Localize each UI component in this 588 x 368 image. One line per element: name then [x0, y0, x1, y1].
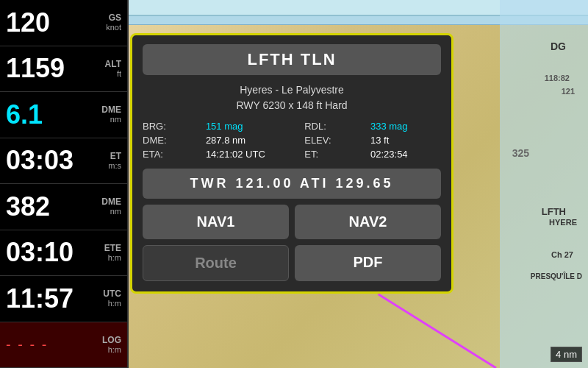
ete-unit: h:m — [108, 253, 121, 262]
dme2-value: 382 — [6, 194, 50, 220]
dme-info-value: 287.8 nm — [206, 135, 298, 146]
airport-rwy: RWY 6230 x 148 ft Hard — [143, 98, 441, 113]
ete-label-group: ETE h:m — [104, 244, 121, 262]
nav1-button[interactable]: NAV1 — [143, 205, 289, 239]
ete-time: 03 : 10 — [6, 237, 74, 268]
utc-value1: 11 — [6, 286, 35, 312]
brg-label: BRG: — [143, 121, 200, 132]
rdl-value: 333 mag — [370, 121, 441, 132]
ete-value2: 10 — [44, 239, 74, 266]
et-info-label: ET: — [304, 149, 365, 160]
left-sidebar: 120 GS knot 1159 ALT ft 6.1 DME nm 03 : … — [0, 0, 129, 368]
dme2-unit: nm — [110, 207, 121, 216]
utc-time: 11 : 57 — [6, 283, 74, 314]
bottom-buttons-row: Route PDF — [143, 245, 441, 281]
elev-label: ELEV: — [304, 135, 365, 146]
pdf-button[interactable]: PDF — [295, 245, 441, 281]
airport-title-button[interactable]: LFTH TLN — [143, 44, 441, 75]
dme-label: DME: — [143, 135, 200, 146]
sidebar-item-alt: 1159 ALT ft — [0, 46, 127, 93]
et-value2: 03 — [44, 147, 74, 174]
et-colon: : — [35, 145, 44, 176]
airport-subtitle: Hyeres - Le Palyvestre RWY 6230 x 148 ft… — [143, 82, 441, 113]
map-label-freq: 118:82 — [545, 74, 570, 82]
map-label-presquile: PRESQU'ÎLE D — [531, 272, 582, 280]
alt-label: ALT — [105, 60, 121, 69]
ete-colon: : — [35, 237, 44, 268]
utc-colon: : — [35, 283, 44, 314]
sidebar-item-ete: 03 : 10 ETE h:m — [0, 230, 127, 277]
eta-value: 14:21:02 UTC — [206, 149, 298, 160]
et-info-value: 02:23:54 — [370, 149, 441, 160]
et-label: ET — [110, 152, 121, 161]
alt-value: 1159 — [6, 55, 65, 82]
gs-value: 120 — [6, 10, 50, 36]
sidebar-item-utc: 11 : 57 UTC h:m — [0, 276, 127, 322]
utc-label: UTC — [103, 289, 121, 299]
sidebar-item-dme: 6.1 DME nm — [0, 92, 127, 138]
sidebar-item-log: - - - - LOG h:m — [0, 322, 127, 369]
nav2-button[interactable]: NAV2 — [295, 205, 441, 239]
utc-value2: 57 — [44, 286, 74, 312]
dme-value: 6.1 — [6, 102, 43, 128]
svg-line-1 — [379, 294, 496, 368]
ete-label: ETE — [104, 244, 121, 253]
gs-unit: knot — [106, 23, 121, 32]
rdl-label: RDL: — [304, 121, 365, 132]
gs-label-group: GS knot — [106, 13, 121, 32]
sidebar-item-gs: 120 GS knot — [0, 0, 127, 46]
et-unit: m:s — [108, 161, 121, 170]
airport-info-grid: BRG: 151 mag RDL: 333 mag DME: 287.8 nm … — [143, 121, 441, 160]
gs-label: GS — [109, 13, 121, 23]
nav-buttons-row: NAV1 NAV2 — [143, 205, 441, 239]
dme2-label-group: DME nm — [101, 197, 121, 216]
map-label-325: 325 — [512, 147, 529, 159]
et-label-group: ET m:s — [108, 152, 121, 170]
utc-label-group: UTC h:m — [103, 289, 121, 308]
alt-unit: ft — [117, 69, 121, 78]
brg-value: 151 mag — [206, 121, 298, 132]
sidebar-item-et: 03 : 03 ET m:s — [0, 138, 127, 185]
log-unit: h:m — [108, 345, 121, 354]
et-value1: 03 — [6, 147, 35, 174]
map-label-lfth2: LFTH — [542, 206, 566, 217]
et-time: 03 : 03 — [6, 145, 74, 176]
dme-label: DME — [101, 105, 121, 115]
dme-label-group: DME nm — [101, 105, 121, 124]
map-nm-badge: 4 nm — [551, 347, 582, 362]
map-water-area — [500, 0, 588, 368]
log-label: LOG — [102, 336, 121, 345]
log-label-group: LOG h:m — [102, 336, 121, 354]
utc-unit: h:m — [108, 299, 121, 308]
frequency-button[interactable]: TWR 121.00 ATI 129.65 — [143, 169, 441, 199]
map-label-dg: DG — [551, 40, 566, 52]
dme-unit: nm — [110, 115, 121, 124]
dme2-label: DME — [101, 197, 121, 207]
map-label-ch27: Ch 27 — [551, 250, 573, 259]
airport-code-text: LFTH TLN — [247, 50, 336, 68]
airport-info-popup: LFTH TLN Hyeres - Le Palyvestre RWY 6230… — [130, 33, 453, 294]
log-value: - - - - — [6, 336, 48, 353]
airport-name: Hyeres - Le Palyvestre — [143, 82, 441, 98]
elev-value: 13 ft — [370, 135, 441, 146]
map-label-hyeres: HYERE — [549, 218, 577, 227]
sidebar-item-dme2: 382 DME nm — [0, 184, 127, 230]
eta-label: ETA: — [143, 149, 200, 160]
route-button[interactable]: Route — [143, 245, 289, 281]
alt-label-group: ALT ft — [105, 60, 121, 78]
map-label-freq2: 121 — [562, 87, 575, 96]
ete-value1: 03 — [6, 239, 35, 266]
